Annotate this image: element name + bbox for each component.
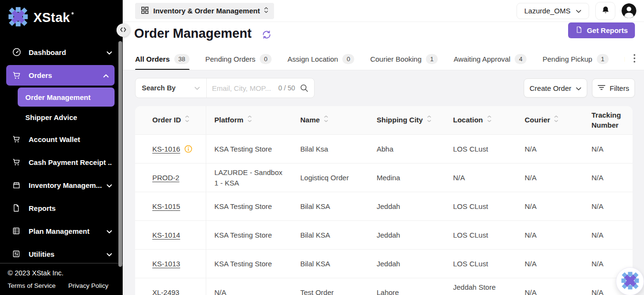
more-vertical-icon (633, 54, 635, 65)
cart-icon (12, 158, 22, 167)
orders-table: Order ID Platform Name Shipping City Loc… (135, 106, 633, 295)
table-row[interactable]: PROD-2 LAZURDE - Sandbox 1 - KSA Logisti… (135, 164, 633, 192)
sidebar-item-inventory-management[interactable]: Inventory Managem... (0, 174, 123, 197)
sidebar-item-shipper-advice[interactable]: Shipper Advice (18, 108, 115, 127)
privacy-policy-link[interactable]: Privacy Policy (68, 282, 108, 289)
order-id-link[interactable]: KS-1015 (152, 201, 180, 212)
cell-platform: N/A (206, 278, 292, 295)
column-header-shipping-city[interactable]: Shipping City (369, 106, 445, 134)
sliders-icon (12, 250, 22, 258)
sidebar-collapse-button[interactable] (116, 23, 130, 37)
tab-count-badge: 4 (515, 54, 527, 64)
column-label: Courier (525, 115, 550, 125)
cell-location: LOS CLust (445, 192, 517, 220)
xstak-asterisk-icon (621, 271, 640, 292)
chevron-down-icon (106, 48, 112, 56)
cell-location: Jeddah Store KSA (445, 278, 517, 295)
tab-awaiting-approval[interactable]: Awaiting Approval 4 (454, 48, 527, 70)
order-id-link[interactable]: KS-1016 (152, 144, 180, 154)
cell-courier: N/A (517, 135, 583, 163)
cell-order-id: KS-1014 (135, 221, 206, 249)
cell-courier: N/A (517, 278, 583, 295)
chevron-down-icon (576, 7, 581, 15)
tab-label: Courier Booking (370, 55, 422, 63)
tab-pending-orders[interactable]: Pending Orders 0 (205, 48, 272, 70)
column-header-location[interactable]: Location (445, 106, 517, 134)
filters-button[interactable]: Filters (592, 78, 635, 98)
cell-tracking-number: N/A (583, 135, 633, 163)
brand-name: XStak (33, 11, 74, 25)
table-row[interactable]: KS-1016 KSA Testing Store Bilal Ksa Abha… (135, 135, 633, 164)
tabs-overflow-button[interactable] (625, 48, 644, 70)
cell-courier: N/A (517, 164, 583, 192)
search-input[interactable] (207, 84, 278, 92)
tab-assign-location[interactable]: Assign Location 0 (287, 48, 354, 70)
refresh-icon[interactable] (262, 30, 272, 42)
cell-shipping-city: Abha (369, 135, 445, 163)
create-order-button[interactable]: Create Order (524, 78, 587, 98)
cell-shipping-city: Jeddah (369, 221, 445, 249)
sort-icon (185, 115, 190, 125)
sidebar-item-label: Utilities (29, 250, 106, 258)
tab-pending-pickup[interactable]: Pending Pickup 1 (542, 48, 608, 70)
column-header-platform[interactable]: Platform (206, 106, 292, 134)
org-selector[interactable]: Lazurde_OMS (517, 3, 589, 19)
cell-tracking-number: N/A (583, 164, 633, 192)
app-selector[interactable]: Inventory & Order Management (135, 3, 274, 19)
char-counter: 0 / 50 (278, 84, 295, 92)
sidebar-item-cash-payment-receipt[interactable]: Cash Payment Receipt ... (0, 151, 123, 174)
tab-courier-booking[interactable]: Courier Booking 1 (370, 48, 438, 70)
order-id-link[interactable]: PROD-2 (152, 173, 179, 183)
order-id-link[interactable]: XL-2493 (152, 287, 179, 295)
sidebar-item-order-management[interactable]: Order Management (18, 87, 115, 107)
sidebar-item-label: Account Wallet (29, 135, 112, 143)
chevron-down-icon (194, 84, 200, 92)
user-avatar[interactable] (622, 3, 636, 18)
sidebar-item-plan-management[interactable]: Plan Management (0, 219, 123, 242)
column-header-name[interactable]: Name (292, 106, 369, 134)
table-row[interactable]: KS-1014 KSA Testing Store Bilal KSA Jedd… (135, 221, 633, 250)
sidebar-item-label: Shipper Advice (25, 113, 77, 121)
xstak-help-widget[interactable] (616, 268, 644, 295)
brand-logo[interactable]: XStak (0, 0, 123, 34)
sidebar-item-dashboard[interactable]: Dashboard (0, 41, 123, 64)
tab-count-badge: 1 (597, 54, 609, 64)
search-by-dropdown[interactable]: Search By (136, 84, 206, 92)
cell-order-id: PROD-2 (135, 164, 206, 192)
order-id-link[interactable]: KS-1013 (152, 259, 180, 269)
cell-shipping-city: Jeddah (369, 250, 445, 278)
sidebar-item-label: Orders (29, 71, 103, 79)
table-row[interactable]: KS-1015 KSA Testing Store Bilal KSA Jedd… (135, 192, 633, 221)
tab-all-orders[interactable]: All Orders 38 (135, 48, 190, 70)
cell-name: Logisticq Order (292, 164, 369, 192)
cell-shipping-city: Lahore (369, 278, 445, 295)
column-label: Name (300, 115, 320, 125)
sidebar-scrollbar[interactable] (118, 41, 122, 267)
up-down-chevrons-icon (264, 7, 268, 15)
sidebar-item-utilities[interactable]: Utilities (0, 242, 123, 265)
terms-of-service-link[interactable]: Terms of Service (8, 282, 56, 289)
gauge-icon (12, 47, 22, 57)
get-reports-button[interactable]: Get Reports (568, 22, 635, 38)
table-list-icon (12, 227, 22, 235)
chevron-up-icon (103, 71, 109, 79)
search-icon[interactable] (300, 84, 308, 92)
sidebar-item-reports[interactable]: Reports (0, 197, 123, 219)
file-icon (575, 26, 583, 35)
cart-icon (12, 135, 22, 144)
column-label: Location (453, 115, 483, 125)
org-selector-label: Lazurde_OMS (524, 7, 570, 15)
collapse-chevrons-icon (120, 26, 127, 34)
sort-icon (324, 115, 328, 125)
notifications-button[interactable] (595, 2, 615, 20)
cell-name: Bilal KSA (292, 221, 369, 249)
column-header-courier[interactable]: Courier (517, 106, 583, 134)
table-row[interactable]: XL-2493 N/A Test Order Lahore Jeddah Sto… (135, 278, 633, 295)
sidebar-item-orders[interactable]: Orders (6, 65, 115, 86)
column-header-order-id[interactable]: Order ID (135, 106, 206, 134)
create-order-label: Create Order (529, 84, 571, 92)
info-icon[interactable] (184, 145, 192, 153)
table-row[interactable]: KS-1013 KSA Testing Store Bilal KSA Jedd… (135, 250, 633, 278)
sidebar-item-account-wallet[interactable]: Account Wallet (0, 128, 123, 151)
order-id-link[interactable]: KS-1014 (152, 230, 180, 240)
